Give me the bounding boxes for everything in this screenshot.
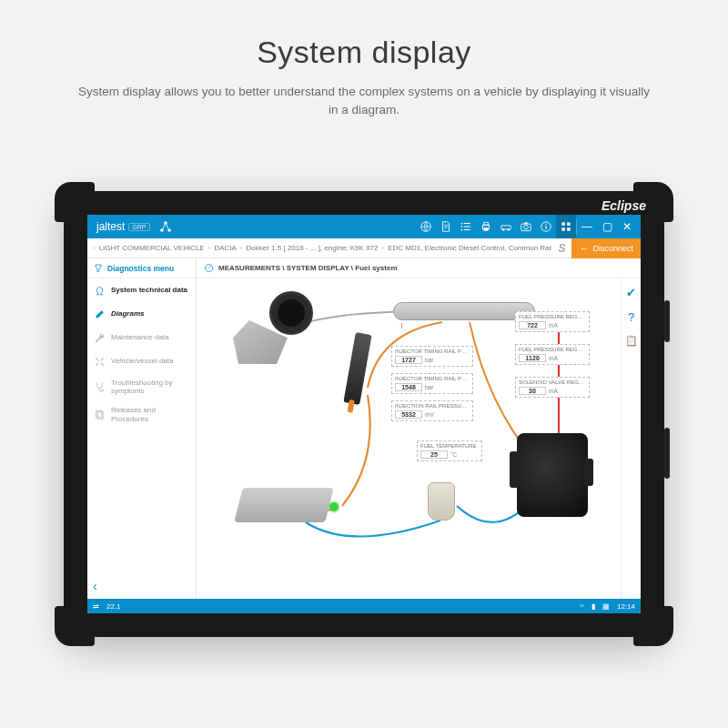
sidebar-item-releases[interactable]: Releases and Procedures (87, 400, 196, 428)
sidebar-item-vehicle-data[interactable]: Vehicle/vessel data (87, 349, 196, 373)
sidebar-item-maintenance-data[interactable]: Maintenance data (87, 326, 196, 349)
diagram-part-hp-pump[interactable] (517, 433, 588, 517)
chevron-right-icon: › (381, 244, 384, 252)
help-icon[interactable]: ? (628, 310, 634, 324)
value-label: INJECTOR TIMING RAIL PRESSURE, NOMINAL V… (395, 376, 470, 381)
chevron-right-icon: › (208, 244, 211, 252)
product-name: jaltest (96, 220, 125, 233)
document-icon[interactable] (436, 215, 456, 238)
sidebar-item-troubleshooting[interactable]: Troubleshooting by symptoms (87, 373, 196, 400)
diagram-part-gauge[interactable] (269, 291, 313, 335)
version-label: 22.1 (106, 602, 121, 611)
nodes-icon[interactable] (156, 215, 176, 238)
page-title: System display (0, 0, 728, 70)
wifi-icon: ⌔ (580, 602, 584, 611)
svg-point-1 (160, 228, 164, 232)
value-label: FUEL PRESSURE REGULATOR, CURRENT... (519, 347, 586, 352)
svg-point-6 (460, 229, 462, 231)
device-brand: Eclipse (602, 198, 646, 213)
page-subtitle: System display allows you to better unde… (73, 83, 655, 120)
clock-label: 12:14 (617, 602, 635, 611)
disconnect-label: Disconnect (592, 244, 633, 253)
signal-icon: S (551, 242, 571, 255)
value-box-rail-sensor-voltage[interactable]: INJECTION RAIL PRESSURE SENSOR, SIGNAL V… (391, 400, 473, 421)
diagram-canvas[interactable]: INJECTOR TIMING RAIL PRESSURE 1727bar IN… (197, 278, 641, 599)
maximize-button[interactable]: ▢ (597, 220, 617, 233)
sidebar-item-label: Troubleshooting by symptoms (111, 379, 190, 395)
value-box-rail-pressure[interactable]: INJECTOR TIMING RAIL PRESSURE 1727bar (391, 346, 473, 367)
content-area: MEASUREMENTS \ SYSTEM DISPLAY \ Fuel sys… (197, 258, 641, 599)
wrench-icon (93, 331, 106, 344)
sidebar-item-label: Vehicle/vessel data (111, 357, 174, 365)
gauge-icon (204, 263, 214, 273)
value-unit: mA (549, 322, 558, 329)
svg-rect-18 (545, 224, 546, 225)
crumb-seg[interactable]: LIGHT COMMERCIAL VEHICLE (99, 244, 205, 252)
value-label: FUEL TEMPERATURE (420, 443, 479, 449)
tools-icon (93, 355, 106, 368)
app-logo[interactable]: jaltest GRP (91, 220, 156, 233)
sidebar-header[interactable]: Diagnostics menu (87, 258, 196, 278)
value-unit: bar (425, 357, 433, 363)
value-number: 1727 (395, 356, 422, 364)
list-icon[interactable] (456, 215, 476, 238)
value-box-fuel-temperature[interactable]: FUEL TEMPERATURE 25°C (417, 440, 482, 461)
minimize-button[interactable]: — (577, 220, 597, 233)
value-label: FUEL PRESSURE REGULATOR, CURRENT... (519, 314, 586, 319)
sidebar: Diagnostics menu System technical data D… (87, 258, 197, 599)
value-box-rail-pressure-nominal[interactable]: INJECTOR TIMING RAIL PRESSURE, NOMINAL V… (391, 373, 473, 394)
apps-icon[interactable] (556, 215, 576, 238)
close-button[interactable]: ✕ (617, 220, 637, 233)
chevron-right-icon: › (240, 244, 243, 252)
svg-point-23 (101, 389, 103, 390)
diagram-part-fuel-rail[interactable] (393, 302, 535, 320)
crumb-seg[interactable]: Dokker 1.5 [ 2018 - ... ], engine: K9K 8… (247, 244, 379, 252)
sidebar-back-button[interactable]: ‹ (87, 573, 196, 599)
value-box-solenoid-current[interactable]: SOLENOID VALVE REGULATING THE AMO... 30m… (515, 377, 590, 398)
svg-point-11 (502, 228, 504, 230)
battery-icon: ▮ (592, 602, 595, 611)
value-unit: °C (450, 451, 457, 458)
chevron-right-icon: › (93, 244, 96, 252)
svg-rect-17 (545, 226, 546, 229)
check-icon[interactable]: ✔ (626, 286, 636, 299)
svg-rect-19 (561, 222, 565, 226)
value-unit: mA (549, 388, 558, 394)
pencil-icon (93, 308, 106, 320)
usb-icon: ⇌ (93, 602, 99, 611)
svg-rect-8 (484, 222, 489, 225)
sidebar-item-system-technical-data[interactable]: System technical data (87, 278, 196, 302)
breadcrumb-row: › LIGHT COMMERCIAL VEHICLE › DACIA › Dok… (87, 238, 641, 258)
camera-icon[interactable] (516, 215, 536, 238)
crumb-seg[interactable]: EDC MD1, Electronic Diesel Control, Comm… (388, 244, 551, 252)
value-box-reg-current-1[interactable]: FUEL PRESSURE REGULATOR, CURRENT... 722m… (515, 311, 590, 332)
svg-point-14 (524, 225, 529, 229)
value-label: SOLENOID VALVE REGULATING THE AMO... (519, 379, 586, 385)
breadcrumb[interactable]: › LIGHT COMMERCIAL VEHICLE › DACIA › Dok… (87, 244, 551, 252)
diagram-part-fuel-tank[interactable] (234, 488, 333, 522)
svg-rect-15 (524, 222, 528, 224)
value-number: 722 (519, 321, 546, 329)
diagram-status-led (329, 502, 339, 511)
disconnect-button[interactable]: ← Disconnect (571, 238, 641, 258)
product-badge: GRP (128, 223, 149, 231)
sidebar-item-label: Diagrams (111, 309, 144, 318)
sidebar-item-diagrams[interactable]: Diagrams (87, 302, 196, 326)
svg-rect-9 (484, 228, 489, 231)
value-unit: mV (425, 411, 434, 418)
steth-icon (93, 380, 106, 393)
value-number: 5332 (395, 410, 422, 419)
svg-rect-10 (501, 226, 511, 229)
globe-icon[interactable] (416, 215, 436, 238)
clipboard-icon[interactable]: 📋 (625, 335, 638, 347)
app-topbar: jaltest GRP — ▢ ✕ (87, 215, 641, 238)
value-box-reg-current-2[interactable]: FUEL PRESSURE REGULATOR, CURRENT... 1120… (515, 344, 590, 365)
print-icon[interactable] (476, 215, 496, 238)
diagram-part-fuel-filter[interactable] (428, 482, 455, 521)
info-icon[interactable] (536, 215, 556, 238)
crumb-seg[interactable]: DACIA (214, 244, 236, 252)
svg-rect-25 (97, 412, 103, 420)
value-label: INJECTION RAIL PRESSURE SENSOR, SIGNAL V… (395, 403, 470, 409)
right-toolstrip: ✔ ? 📋 (621, 278, 641, 599)
vehicle-icon[interactable] (496, 215, 516, 238)
